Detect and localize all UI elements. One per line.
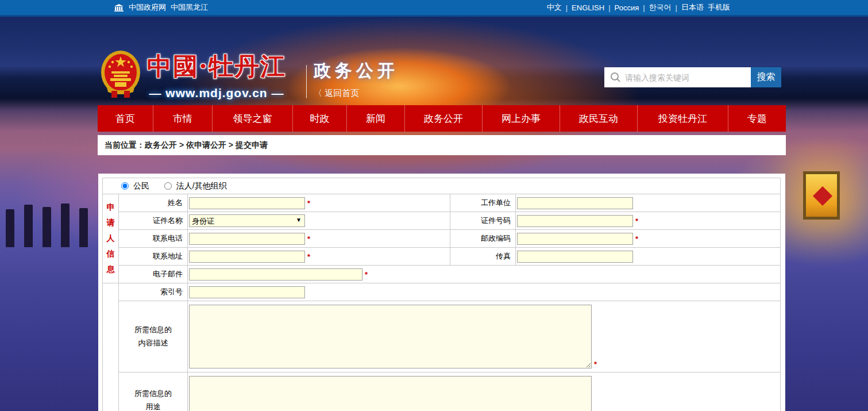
applicant-info-vertical-label: 申 请 人 信 息 (103, 202, 118, 275)
main-nav: 首页 市情 领导之窗 时政 新闻 政务公开 网上办事 政民互动 投资牡丹江 专题 (98, 105, 786, 132)
application-form-table: 公民 法人/其他组织 申 请 人 信 息 姓名 * 工作单位 (102, 178, 781, 411)
table-row: 联系电话 * 邮政编码 * (103, 230, 781, 248)
name-field[interactable] (189, 197, 305, 209)
separator: | (608, 3, 610, 12)
required-mark: * (365, 270, 368, 279)
lang-japanese-link[interactable]: 日本语 (681, 2, 704, 13)
postcode-label: 邮政编码 (481, 234, 511, 243)
top-bar: 中国政府网 中国黑龙江 中文| ENGLISH| Россия| 한국어| 日本… (0, 0, 868, 17)
lang-korean-link[interactable]: 한국어 (649, 2, 672, 13)
table-row: 所需信息的 内容描述 * (103, 301, 781, 372)
purpose-label: 所需信息的 用途 (119, 372, 188, 411)
content-desc-label: 所需信息的 内容描述 (119, 301, 188, 372)
purpose-textarea[interactable] (189, 376, 592, 411)
cert-number-label: 证件号码 (481, 216, 511, 225)
nav-item-investment[interactable]: 投资牡丹江 (638, 105, 728, 132)
nav-item-city-info[interactable]: 市情 (153, 105, 213, 132)
lang-chinese-link[interactable]: 中文 (547, 2, 562, 13)
nav-item-leaders[interactable]: 领导之窗 (213, 105, 293, 132)
organization-radio-label: 法人/其他组织 (176, 181, 227, 190)
province-site-link[interactable]: 中国黑龙江 (171, 2, 208, 13)
organization-radio[interactable] (164, 182, 172, 190)
table-row: 联系地址 * 传真 (103, 248, 781, 266)
site-header: 中國·牡丹江 — www.mdj.gov.cn — 政务公开 〈 返回首页 搜索 (0, 17, 868, 105)
table-row: 申 请 人 信 息 姓名 * 工作单位 (103, 194, 781, 212)
required-mark: * (307, 235, 310, 243)
content-desc-textarea[interactable] (189, 305, 592, 368)
work-unit-field[interactable] (517, 197, 633, 209)
postcode-field[interactable] (517, 233, 633, 245)
red-diamond-decoration (813, 186, 832, 206)
lang-english-link[interactable]: ENGLISH (572, 3, 604, 12)
nav-item-interaction[interactable]: 政民互动 (560, 105, 638, 132)
nav-item-news[interactable]: 新闻 (347, 105, 405, 132)
lit-window-decoration (803, 171, 840, 220)
nav-item-online-services[interactable]: 网上办事 (483, 105, 560, 132)
site-brand[interactable]: 中國·牡丹江 — www.mdj.gov.cn — (147, 50, 286, 100)
fax-field[interactable] (517, 251, 633, 263)
cert-name-label: 证件名称 (153, 216, 183, 225)
fax-label: 传真 (496, 252, 511, 260)
national-emblem-logo (100, 49, 141, 99)
table-row: 所需信息的 用途 * (103, 372, 781, 411)
section-header: 政务公开 〈 返回首页 (314, 59, 399, 99)
language-bar: 中文| ENGLISH| Россия| 한국어| 日本语 手机版 (547, 2, 730, 13)
applicant-type-organization[interactable]: 法人/其他组织 (164, 181, 227, 190)
separator: | (566, 3, 568, 12)
table-row: 证件名称 身份证 证件号码 * (103, 212, 781, 230)
site-url: — www.mdj.gov.cn — (147, 86, 286, 100)
nav-item-gov-disclosure[interactable]: 政务公开 (405, 105, 483, 132)
applicant-info-section-cell: 申 请 人 信 息 (103, 194, 119, 283)
address-field[interactable] (189, 251, 305, 263)
cert-type-select[interactable]: 身份证 (189, 214, 305, 227)
required-mark: * (635, 235, 638, 243)
request-info-section-cell (103, 283, 119, 411)
cert-number-field[interactable] (517, 215, 633, 227)
separator: | (676, 3, 677, 12)
page-title: 政务公开 (314, 59, 399, 83)
search-input[interactable] (604, 67, 751, 87)
application-form-panel: 公民 法人/其他组织 申 请 人 信 息 姓名 * 工作单位 (98, 174, 785, 411)
citizen-radio-label: 公民 (133, 181, 149, 190)
search-button[interactable]: 搜索 (751, 67, 781, 87)
required-mark: * (307, 199, 310, 208)
applicant-type-citizen[interactable]: 公民 (121, 181, 152, 190)
table-row: 电子邮件 * (103, 266, 781, 283)
snow-fence-silhouette (3, 202, 95, 247)
breadcrumb: 当前位置：政务公开 > 依申请公开 > 提交申请 (98, 135, 786, 155)
breadcrumb-text: 当前位置：政务公开 > 依申请公开 > 提交申请 (105, 140, 268, 149)
separator: | (643, 3, 645, 12)
gov-site-link[interactable]: 中国政府网 (129, 2, 166, 13)
name-label: 姓名 (168, 198, 183, 207)
lang-russian-link[interactable]: Россия (615, 3, 639, 12)
back-home-link[interactable]: 〈 返回首页 (314, 88, 399, 99)
work-unit-label: 工作单位 (481, 198, 511, 207)
required-mark: * (594, 360, 597, 368)
header-divider (306, 65, 307, 98)
email-field[interactable] (189, 268, 362, 281)
email-label: 电子邮件 (153, 270, 183, 278)
cert-type-select-wrap: 身份证 (189, 214, 305, 227)
citizen-radio[interactable] (121, 182, 129, 190)
phone-field[interactable] (189, 233, 305, 245)
applicant-type-row: 公民 法人/其他组织 (103, 178, 781, 194)
table-row: 索引号 (103, 283, 781, 301)
nav-item-home[interactable]: 首页 (98, 105, 153, 132)
phone-label: 联系电话 (153, 234, 183, 243)
required-mark: * (307, 252, 310, 261)
mobile-version-link[interactable]: 手机版 (708, 2, 730, 13)
site-search: 搜索 (604, 67, 781, 87)
index-number-label: 索引号 (160, 287, 183, 296)
index-number-field[interactable] (189, 286, 305, 298)
site-name: 中國·牡丹江 (147, 50, 286, 83)
nav-item-current-politics[interactable]: 时政 (293, 105, 347, 132)
top-bar-left-links: 中国政府网 中国黑龙江 (114, 2, 208, 13)
government-building-icon (114, 4, 124, 11)
search-icon (610, 72, 621, 85)
address-label: 联系地址 (153, 252, 183, 260)
required-mark: * (635, 217, 638, 225)
nav-item-special-topics[interactable]: 专题 (728, 105, 786, 132)
